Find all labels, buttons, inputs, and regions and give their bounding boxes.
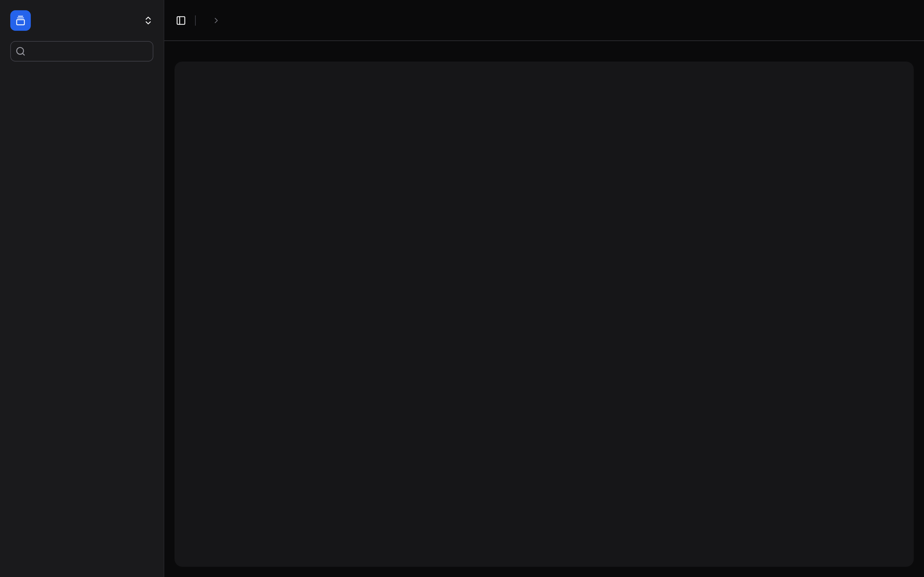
placeholder-panel [174, 61, 914, 567]
search [10, 41, 153, 61]
separator [195, 15, 196, 25]
gallery-vertical-end-icon [10, 10, 31, 31]
chevrons-up-down-icon [143, 15, 153, 26]
search-input[interactable] [10, 41, 153, 61]
main-area [164, 0, 924, 577]
breadcrumb [206, 16, 226, 25]
app-root [0, 0, 924, 577]
sidebar-header [0, 0, 164, 67]
panel-left-icon [176, 15, 186, 25]
workspace-switcher-button[interactable] [5, 5, 158, 36]
chevron-right-icon [212, 16, 221, 25]
sidebar-toggle-button[interactable] [172, 11, 190, 29]
topbar [164, 0, 924, 41]
sidebar-nav [0, 67, 164, 577]
content [164, 41, 924, 577]
sidebar [0, 0, 164, 577]
